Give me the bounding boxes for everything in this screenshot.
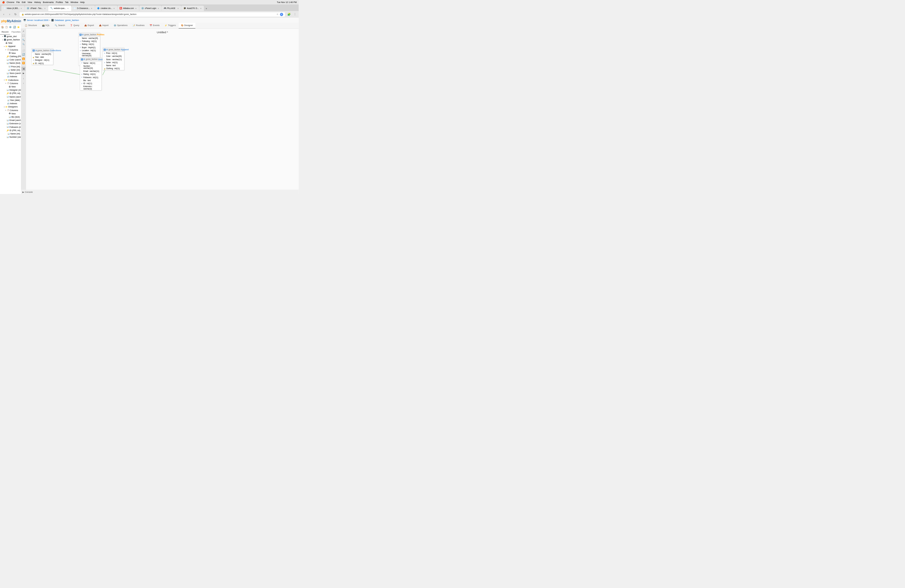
tab-operations[interactable]: ⚙️ Operations: [111, 23, 130, 29]
nav-forward[interactable]: ›: [8, 12, 12, 17]
tree-item-apparel-sizes[interactable]: 📊Sizes (varchar): [0, 72, 21, 75]
breadcrumb-server[interactable]: Server: localhost:3306: [27, 19, 48, 22]
tab-triggers[interactable]: ⚡ Triggers: [162, 23, 178, 29]
tab-close-cpanel[interactable]: ✕: [44, 7, 46, 10]
designers-row-followers[interactable]: #Followers : int(11): [80, 76, 102, 79]
console-bar[interactable]: ▶ Console: [21, 190, 298, 194]
collections-row-name[interactable]: ○Name : varchar(20): [32, 53, 53, 56]
tree-item-apparel-color[interactable]: 📊Color (varchar): [0, 58, 21, 62]
tab-close-alibaba[interactable]: ✕: [135, 7, 137, 10]
toolbar-refresh[interactable]: 🔄: [22, 52, 25, 56]
tree-item-goree_dvd[interactable]: ▸🗄️goree_dvd: [0, 35, 21, 38]
tab-close-dclearance[interactable]: ✕: [90, 7, 93, 10]
tree-item-designers-extension[interactable]: 📊Extension (varchar): [0, 122, 21, 126]
toolbar-expand[interactable]: ↗: [22, 29, 25, 33]
sidebar-settings-icon[interactable]: ⚙️: [9, 25, 12, 29]
menu-help[interactable]: Help: [80, 1, 85, 3]
apparel-row-name2[interactable]: ○Name : text: [103, 64, 124, 67]
toolbar-arrow-up[interactable]: ↑: [22, 77, 25, 81]
tab-close-acad[interactable]: ✕: [200, 7, 202, 10]
designers-row-rating[interactable]: #Rating : int(11): [80, 73, 102, 76]
tab-cpanel[interactable]: ⚙️ cPanel - Too... ✕: [25, 5, 48, 11]
tree-item-collections-name[interactable]: 📊Name (varchar): [0, 95, 21, 99]
tab-acad[interactable]: 🎓 Acad276: D... ✕: [181, 5, 204, 11]
sidebar-docs-icon[interactable]: 📋: [5, 25, 8, 29]
tree-item-designers-id[interactable]: 🔑ID (PRI, int): [0, 129, 21, 132]
tree-item-apparel-seller[interactable]: 📊Seller (int): [0, 68, 21, 72]
toolbar-fullscreen[interactable]: ⛶: [22, 34, 25, 38]
tab-pillage[interactable]: 🎮 PILLAGE ✕: [162, 5, 181, 11]
menu-view[interactable]: View: [27, 1, 32, 3]
profiles-row-rating[interactable]: #Rating : int(11): [78, 43, 100, 46]
toolbar-down[interactable]: 🔽: [22, 61, 25, 65]
menu-tab[interactable]: Tab: [65, 1, 68, 3]
tab-webdev[interactable]: 🔧 webdev.iyas... ✕: [48, 5, 71, 11]
tree-item-designers-email[interactable]: 📊Email (varchar): [0, 119, 21, 122]
tree-item-apparel[interactable]: ▾📁Apparel: [0, 45, 21, 48]
table-collections[interactable]: V ⚙ goree_fashion Collections ○Name : va…: [32, 49, 53, 65]
tree-expand-designers[interactable]: ▾: [3, 106, 5, 108]
toolbar-right[interactable]: ▶: [22, 71, 25, 75]
tab-export[interactable]: 📤 Export: [82, 23, 96, 29]
tree-item-goree_fashion[interactable]: ▾🗄️goree_fashion: [0, 38, 21, 41]
tree-item-collections[interactable]: ▾📁Collections: [0, 78, 21, 82]
tree-expand-apparel[interactable]: ▾: [3, 46, 5, 47]
collections-row-year[interactable]: 🔒Year : date: [32, 56, 53, 59]
tree-expand-collections-columns[interactable]: ▾: [5, 83, 6, 84]
breadcrumb-database[interactable]: Database: goree_fashion: [55, 19, 79, 22]
tab-close-pillage[interactable]: ✕: [177, 7, 179, 10]
tree-expand-goree_dvd[interactable]: ▸: [2, 36, 3, 37]
apparel-row-price[interactable]: #Price : int(11): [103, 52, 124, 55]
tree-item-designers-bio[interactable]: 📊Bio (text): [0, 115, 21, 119]
tab-query[interactable]: ❓ Query: [68, 23, 82, 29]
extensions-btn[interactable]: 🧩: [287, 12, 291, 17]
menu-history[interactable]: History: [34, 1, 41, 3]
tree-item-collections-col-new[interactable]: ➕New: [0, 85, 21, 88]
profiles-row-name[interactable]: ○Name : varchar(20): [78, 37, 100, 40]
profiles-row-buyer[interactable]: #Buyer : tinyint(1): [78, 46, 100, 49]
tree-item-apparel-col-new[interactable]: ➕New: [0, 51, 21, 55]
tree-item-collections-year[interactable]: 📊Year (date): [0, 99, 21, 102]
tree-item-gf-new[interactable]: ➕New: [0, 41, 21, 45]
tab-routines[interactable]: 📝 Routines: [130, 23, 147, 29]
designer-canvas[interactable]: Untitled * V: [26, 29, 298, 190]
tab-add-button[interactable]: +: [204, 6, 209, 11]
tree-item-apparel-indexes[interactable]: 📇Indexes: [0, 75, 21, 78]
sidebar-sync-icon[interactable]: 🔄: [13, 25, 16, 29]
tab-structure[interactable]: 📋 Structure: [22, 23, 39, 29]
tree-item-apparel-clothing[interactable]: 🔑Clothing (PRI, int): [0, 55, 21, 58]
url-bar[interactable]: 🔒 webdev.iyaserver.com:2083/cpsess890783…: [19, 12, 285, 17]
chrome-menu-btn[interactable]: ⋮: [293, 12, 297, 17]
table-apparel[interactable]: V ⚙ goree_fashion Apparel #Price : int(1…: [103, 48, 124, 70]
designers-row-extension[interactable]: ○Extension : varchar(3): [80, 85, 102, 90]
profiles-row-username[interactable]: ○Username : varchar(20): [78, 52, 100, 57]
tree-expand-apparel-columns[interactable]: ▾: [5, 49, 6, 51]
designers-row-id[interactable]: #ID : int(11): [80, 82, 102, 85]
tab-close-webdev[interactable]: ✕: [67, 7, 70, 10]
collections-row-designer[interactable]: #Designer : int(11): [32, 59, 53, 62]
apparel-row-seller[interactable]: #Seller : int(11): [103, 61, 124, 64]
toolbar-select[interactable]: ⬜: [22, 48, 25, 52]
tab-close-inbox[interactable]: ✕: [21, 7, 23, 10]
toolbar-left[interactable]: ◀: [22, 67, 25, 71]
tree-item-designers-name[interactable]: 📊Name (int): [0, 132, 21, 136]
tree-item-collections-columns[interactable]: ▾📋Columns: [0, 82, 21, 85]
designers-row-email[interactable]: ○Email : varchar(11): [80, 70, 102, 73]
toolbar-zoom-out[interactable]: 🔍: [22, 43, 25, 46]
bookmark-icon[interactable]: ☆: [276, 13, 279, 16]
apparel-row-clothing[interactable]: 🔒Clothing : int(11): [103, 67, 124, 70]
tree-item-designers[interactable]: ▾📁Designers: [0, 105, 21, 109]
tab-alibaba[interactable]: 🅰️ Alibaba.com ✕: [117, 5, 139, 11]
tree-expand-designers-columns[interactable]: ▾: [5, 110, 6, 111]
tree-item-collections-id[interactable]: 🔑ID (PRI, int): [0, 92, 21, 95]
tree-item-collections-indexes[interactable]: 📇Indexes: [0, 102, 21, 105]
menu-edit[interactable]: Edit: [22, 1, 26, 3]
tree-item-designers-number[interactable]: 📊Number (varchar): [0, 136, 21, 139]
sidebar-home-icon[interactable]: 🏠: [1, 25, 4, 29]
profiles-row-following[interactable]: #Following : int(11): [78, 40, 100, 43]
toolbar-arrow-down[interactable]: ↓: [22, 81, 25, 85]
apparel-row-sizes[interactable]: ○Sizes : varchar(11): [103, 58, 124, 61]
nav-reload[interactable]: ↻: [13, 12, 18, 17]
tree-item-apparel-columns[interactable]: ▾📋Columns: [0, 48, 21, 51]
profile-icon[interactable]: G: [280, 13, 283, 16]
